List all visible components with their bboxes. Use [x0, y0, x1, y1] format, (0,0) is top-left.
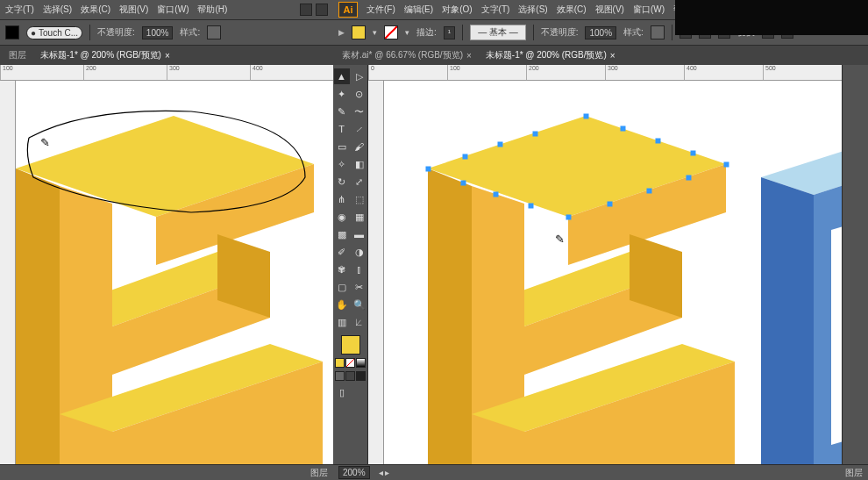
menu-window[interactable]: 窗口(W): [157, 4, 189, 16]
type-tool[interactable]: T: [334, 121, 350, 137]
screen-mode-toggle[interactable]: ▯: [334, 383, 350, 402]
swatch-yellow[interactable]: [335, 358, 345, 368]
opacity-value[interactable]: 100%: [585, 26, 616, 39]
ruler-horizontal: 100200300400: [0, 65, 333, 81]
svg-rect-24: [463, 154, 467, 159]
selection-tool[interactable]: ▲: [334, 68, 350, 84]
perspective-tool[interactable]: ▦: [352, 209, 367, 225]
tab-doc-left[interactable]: 未标题-1* @ 200% (RGB/预览) ×: [37, 47, 174, 63]
gradient-tool[interactable]: ▬: [352, 226, 367, 242]
close-icon[interactable]: ×: [165, 51, 170, 61]
svg-marker-12: [428, 168, 472, 464]
svg-text:✎: ✎: [555, 233, 565, 246]
canvas-left[interactable]: 100200300400: [0, 65, 333, 464]
app-icon: Ai: [338, 2, 358, 18]
menu-view[interactable]: 视图(V): [119, 4, 148, 16]
line-tool[interactable]: ⟋: [352, 121, 367, 137]
opacity-label: 不透明度:: [97, 26, 135, 39]
eyedropper-tool[interactable]: ✐: [334, 244, 350, 260]
svg-rect-28: [621, 126, 625, 131]
scale-tool[interactable]: ⤢: [352, 174, 367, 190]
opacity-label: 不透明度:: [541, 26, 579, 39]
layer-label: 图层: [310, 467, 328, 479]
statusbar-right: 200% ◂ ▸ 图层: [333, 464, 868, 480]
tab-doc-right[interactable]: 未标题-1* @ 200% (RGB/预览) ×: [482, 47, 619, 63]
screen-mode[interactable]: [335, 371, 345, 381]
menu-file[interactable]: 文件(F): [366, 4, 395, 16]
lasso-tool[interactable]: ⊙: [352, 86, 367, 102]
menu-select[interactable]: 选择(S): [518, 4, 547, 16]
rotate-tool[interactable]: ↻: [334, 174, 350, 190]
color-wells[interactable]: [334, 335, 367, 355]
svg-rect-37: [494, 192, 498, 197]
tab-asset[interactable]: 素材.ai* @ 66.67% (RGB/预览) ×: [338, 47, 475, 63]
stroke-label: 描边:: [416, 26, 437, 39]
stroke-weight[interactable]: ¹: [444, 26, 455, 39]
panels-dock[interactable]: [842, 65, 868, 464]
tabbar-left: 图层 未标题-1* @ 200% (RGB/预览) ×: [0, 46, 333, 65]
touch-dropdown[interactable]: ● Touch C...: [26, 26, 82, 39]
style-swatch[interactable]: [651, 25, 665, 39]
menu-window[interactable]: 窗口(W): [633, 4, 665, 16]
eraser-tool[interactable]: ◧: [352, 156, 367, 172]
rect-tool[interactable]: ▭: [334, 139, 350, 154]
blackout-overlay: [675, 0, 868, 35]
menu-edit[interactable]: 编辑(E): [404, 4, 433, 16]
svg-rect-36: [529, 204, 533, 208]
menu-effect[interactable]: 效果(C): [81, 4, 110, 16]
magic-wand-tool[interactable]: ✦: [334, 86, 350, 102]
blend-tool[interactable]: ◑: [352, 244, 367, 260]
direct-select-tool[interactable]: ▷: [352, 68, 367, 84]
statusbar-left: 图层: [0, 464, 333, 480]
style-label: 样式:: [180, 26, 200, 39]
shape-builder[interactable]: ◉: [334, 209, 350, 225]
shaper-tool[interactable]: ✧: [334, 156, 350, 172]
canvas-right[interactable]: 0100200300400500: [368, 65, 842, 464]
hand-tool[interactable]: ✋: [334, 297, 350, 312]
menu-text[interactable]: 文字(T): [481, 4, 510, 16]
opacity-value[interactable]: 100%: [142, 26, 174, 39]
menu-help[interactable]: 帮助(H): [197, 4, 227, 16]
svg-rect-27: [584, 114, 588, 118]
print-tile[interactable]: ▥: [334, 314, 350, 330]
fill-swatch[interactable]: [5, 25, 19, 39]
svg-rect-29: [656, 139, 660, 143]
svg-marker-2: [16, 168, 60, 464]
stroke-swatch[interactable]: [384, 25, 398, 39]
measure-tool[interactable]: ⟀: [352, 314, 367, 330]
style-swatch[interactable]: [207, 25, 221, 39]
artboard-tool[interactable]: ▢: [334, 279, 350, 295]
brush-basic[interactable]: — 基本 —: [470, 25, 526, 40]
graph-tool[interactable]: ⫿: [352, 261, 367, 277]
zoom-tool[interactable]: 🔍: [352, 297, 367, 312]
fill-swatch[interactable]: [352, 25, 366, 39]
menu-select[interactable]: 选择(S): [43, 4, 72, 16]
svg-text:✎: ✎: [40, 136, 50, 149]
style-label: 样式:: [623, 26, 644, 39]
width-tool[interactable]: ⋔: [334, 191, 350, 207]
curvature-tool[interactable]: 〜: [352, 104, 367, 119]
free-transform[interactable]: ⬚: [352, 191, 367, 207]
mesh-tool[interactable]: ▩: [334, 226, 350, 242]
ruler-vertical: [0, 81, 16, 464]
menu-object[interactable]: 对象(O): [442, 4, 472, 16]
fill-color[interactable]: [341, 335, 360, 355]
svg-rect-38: [461, 181, 466, 185]
pen-tool[interactable]: ✎: [334, 104, 350, 119]
zoom-level[interactable]: 200%: [338, 466, 370, 479]
brush-tool[interactable]: 🖌: [352, 139, 367, 154]
swatch-gradient[interactable]: [356, 358, 366, 368]
close-icon[interactable]: ×: [466, 51, 472, 61]
symbol-spray[interactable]: ✾: [334, 261, 350, 277]
layout-icon[interactable]: [316, 4, 328, 16]
slice-tool[interactable]: ✂: [352, 279, 367, 295]
screen-mode[interactable]: [345, 371, 355, 381]
close-icon[interactable]: ×: [610, 51, 615, 61]
screen-mode[interactable]: [356, 371, 366, 381]
swatch-none[interactable]: [345, 358, 355, 368]
tab-layers[interactable]: 图层: [5, 47, 30, 63]
menu-effect[interactable]: 效果(C): [557, 4, 587, 16]
layout-icon[interactable]: [300, 4, 312, 16]
menu-view[interactable]: 视图(V): [595, 4, 624, 16]
menu-text[interactable]: 文字(T): [5, 4, 34, 16]
